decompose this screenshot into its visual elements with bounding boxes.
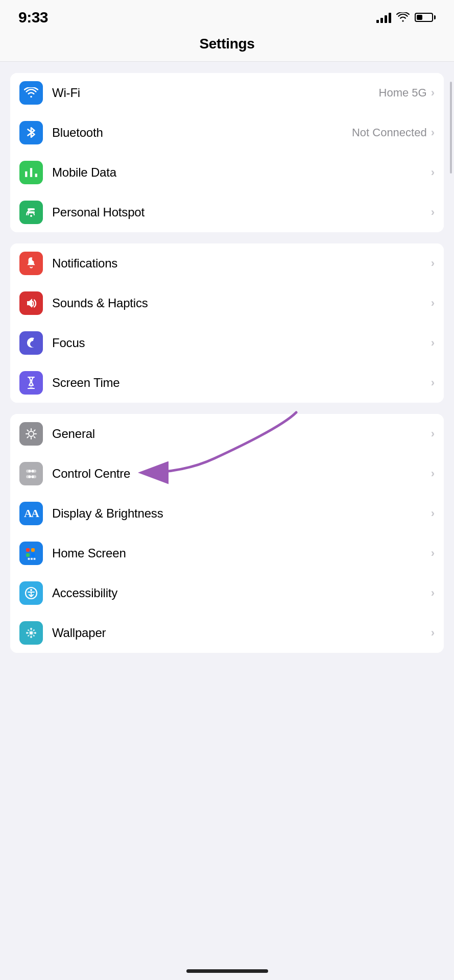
wallpaper-icon (19, 621, 43, 645)
general-label: General (52, 427, 431, 441)
svg-rect-21 (31, 553, 35, 557)
notifications-chevron: › (431, 257, 435, 270)
svg-rect-23 (31, 558, 33, 560)
display-brightness-chevron: › (431, 507, 435, 520)
focus-chevron: › (431, 336, 435, 350)
svg-point-15 (29, 476, 31, 478)
focus-icon (19, 331, 43, 355)
general-icon (19, 422, 43, 446)
svg-point-26 (30, 589, 32, 591)
status-icons (376, 12, 436, 23)
svg-point-13 (32, 470, 34, 473)
settings-row-home-screen[interactable]: Home Screen › (10, 533, 444, 573)
svg-rect-19 (31, 548, 35, 552)
settings-row-wallpaper[interactable]: Wallpaper › (10, 613, 444, 653)
settings-row-display-brightness[interactable]: AA Display & Brightness › (10, 494, 444, 533)
signal-icon (376, 12, 391, 23)
bluetooth-label: Bluetooth (52, 126, 352, 140)
svg-point-6 (30, 215, 32, 217)
control-centre-chevron: › (431, 467, 435, 480)
bluetooth-chevron: › (431, 126, 435, 139)
settings-row-screen-time[interactable]: Screen Time › (10, 363, 444, 403)
network-group: Wi-Fi Home 5G › Bluetooth Not Connected … (10, 73, 444, 232)
wallpaper-chevron: › (431, 626, 435, 640)
sounds-chevron: › (431, 297, 435, 310)
screen-time-label: Screen Time (52, 376, 431, 390)
hotspot-icon (19, 201, 43, 224)
mobile-data-label: Mobile Data (52, 165, 427, 180)
page-title: Settings (199, 36, 254, 52)
scrollbar[interactable] (450, 82, 452, 174)
settings-row-accessibility[interactable]: Accessibility › (10, 573, 444, 613)
control-centre-icon (19, 462, 43, 485)
screen-time-icon (19, 371, 43, 395)
bluetooth-icon (19, 121, 43, 144)
general-chevron: › (431, 427, 435, 440)
accessibility-chevron: › (431, 586, 435, 600)
notifications-group: Notifications › Sounds & Haptics › Focus… (10, 243, 444, 403)
svg-rect-18 (26, 548, 30, 552)
page-header: Settings (0, 31, 454, 62)
settings-row-mobile-data[interactable]: Mobile Data › (10, 153, 444, 192)
bluetooth-value: Not Connected (352, 126, 427, 139)
settings-row-personal-hotspot[interactable]: Personal Hotspot › (10, 192, 444, 232)
display-brightness-label: Display & Brightness (52, 506, 431, 521)
settings-row-wifi[interactable]: Wi-Fi Home 5G › (10, 73, 444, 113)
svg-rect-24 (34, 558, 36, 560)
settings-row-control-centre[interactable]: Control Centre › (10, 454, 444, 494)
home-indicator (186, 969, 268, 973)
hotspot-chevron: › (431, 206, 435, 219)
display-brightness-icon: AA (19, 502, 43, 525)
settings-row-general[interactable]: General › (10, 414, 444, 454)
svg-point-11 (29, 470, 31, 473)
hotspot-label: Personal Hotspot (52, 205, 427, 219)
wifi-label: Wi-Fi (52, 86, 379, 100)
sounds-icon (19, 291, 43, 315)
wifi-icon (19, 81, 43, 105)
settings-row-bluetooth[interactable]: Bluetooth Not Connected › (10, 113, 444, 153)
svg-rect-22 (28, 558, 30, 560)
status-bar: 9:33 (0, 0, 454, 31)
wifi-chevron: › (431, 86, 435, 100)
settings-row-sounds[interactable]: Sounds & Haptics › (10, 283, 444, 323)
focus-label: Focus (52, 336, 431, 350)
mobile-data-icon (19, 161, 43, 184)
wifi-status-icon (396, 12, 410, 22)
notifications-label: Notifications (52, 256, 431, 271)
home-screen-chevron: › (431, 547, 435, 560)
svg-point-17 (32, 476, 34, 478)
screen-time-chevron: › (431, 376, 435, 389)
battery-icon (415, 13, 436, 22)
sounds-label: Sounds & Haptics (52, 296, 431, 310)
accessibility-label: Accessibility (52, 586, 431, 600)
svg-rect-20 (26, 553, 30, 557)
svg-point-4 (33, 208, 35, 210)
settings-row-focus[interactable]: Focus › (10, 323, 444, 363)
accessibility-icon (19, 581, 43, 605)
control-centre-label: Control Centre (52, 467, 431, 481)
mobile-data-chevron: › (431, 166, 435, 179)
wifi-value: Home 5G (379, 86, 427, 100)
settings-row-notifications[interactable]: Notifications › (10, 243, 444, 283)
status-time: 9:33 (18, 9, 48, 26)
display-group: General › Control Centre › AA Display & … (10, 414, 444, 653)
notifications-icon (19, 252, 43, 275)
home-screen-label: Home Screen (52, 546, 431, 560)
wallpaper-label: Wallpaper (52, 626, 431, 640)
home-screen-icon (19, 542, 43, 565)
